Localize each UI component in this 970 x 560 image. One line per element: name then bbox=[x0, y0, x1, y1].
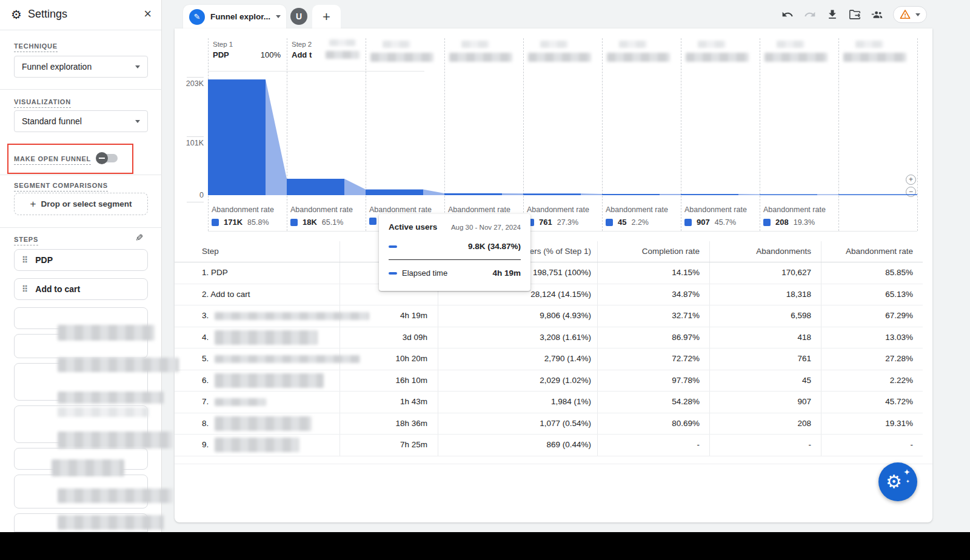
drag-handle-icon[interactable]: ⠿ bbox=[22, 255, 27, 265]
funnel-table-body: 1. PDP198,751 (100%)14.15%170,62785.85%2… bbox=[175, 262, 923, 456]
legend-swatch bbox=[369, 218, 376, 225]
share-users-icon[interactable] bbox=[871, 8, 884, 21]
redacted-block bbox=[58, 407, 149, 417]
add-tab-button[interactable]: + bbox=[312, 5, 341, 28]
step-card-pdp[interactable]: ⠿ PDP bbox=[14, 249, 148, 271]
undo-icon[interactable] bbox=[781, 8, 794, 21]
chevron-down-icon bbox=[135, 65, 140, 68]
edit-tab-icon: ✎ bbox=[189, 9, 205, 25]
tooltip-title: Active users bbox=[389, 222, 437, 232]
gear-icon: ⚙ bbox=[886, 471, 902, 492]
y-tick: 101K bbox=[175, 139, 204, 147]
tick-line bbox=[187, 77, 204, 78]
ai-settings-fab[interactable]: ⚙ ✦ ✦ bbox=[878, 462, 917, 501]
tick-line bbox=[187, 202, 204, 202]
redacted-block bbox=[58, 432, 173, 448]
chevron-down-icon[interactable] bbox=[276, 15, 281, 18]
tooltip-elapsed-label: Elapsed time bbox=[402, 268, 447, 278]
table-row[interactable]: 8.18h 36m1,077 (0.54%)80.69%20819.31% bbox=[175, 413, 923, 435]
abandonment-entry: Abandonment rate20819.3% bbox=[763, 205, 837, 227]
step-header: Step 2Add t bbox=[292, 41, 360, 59]
step-header: Step 1PDP100% bbox=[213, 41, 281, 59]
exploration-card: 203K 101K 0 + − Step 1PDP100%Step 2Add t… bbox=[175, 28, 932, 522]
technique-select[interactable]: Funnel exploration bbox=[14, 56, 148, 78]
tab-label: Funnel explor... bbox=[210, 12, 270, 21]
col-abandonment-rate: Abandonment rate bbox=[821, 241, 923, 262]
edit-steps-icon[interactable]: ✎ bbox=[135, 232, 143, 244]
table-row[interactable]: 7.1h 43m1,984 (1%)54.28%90745.72% bbox=[175, 392, 923, 413]
segment-comparisons-label: SEGMENT COMPARISONS bbox=[14, 182, 108, 192]
redacted-block bbox=[58, 515, 164, 530]
drag-handle-icon[interactable]: ⠿ bbox=[22, 284, 27, 294]
divider bbox=[389, 259, 521, 260]
abandonment-entry: Abandonment rate76127.3% bbox=[527, 205, 601, 227]
ga4-funnel-exploration: ⚙ Settings × TECHNIQUE Funnel exploratio… bbox=[0, 0, 970, 560]
divider bbox=[175, 464, 932, 464]
legend-swatch bbox=[763, 219, 771, 226]
col-step: Step bbox=[175, 241, 340, 262]
y-tick: 0 bbox=[175, 191, 204, 199]
visualization-select[interactable]: Standard funnel bbox=[14, 110, 148, 132]
steps-label: STEPS bbox=[14, 236, 38, 245]
table-row[interactable]: 4.3d 09h3,208 (1.61%)86.97%41813.03% bbox=[175, 327, 923, 349]
plus-icon: + bbox=[30, 198, 36, 210]
divider bbox=[0, 175, 162, 175]
highlight-box bbox=[7, 144, 133, 174]
redacted-block bbox=[58, 325, 155, 341]
abandonment-entry: Abandonment rate18K65.1% bbox=[290, 205, 364, 227]
sparkle-icon: ✦ bbox=[903, 467, 911, 477]
col-abandonments: Abandonments bbox=[709, 241, 821, 262]
legend-swatch bbox=[212, 219, 219, 226]
table-row[interactable]: 9.7h 25m869 (0.44%)--- bbox=[175, 435, 923, 456]
redacted-block bbox=[58, 358, 179, 372]
redacted-block bbox=[58, 392, 164, 404]
table-row[interactable]: 3.4h 19m9,806 (4.93%)32.71%6,59867.29% bbox=[175, 305, 923, 327]
table-row[interactable]: 2. Add to cart28,124 (14.15%)34.87%18,31… bbox=[175, 284, 923, 306]
toolbar bbox=[781, 5, 927, 24]
export-icon[interactable] bbox=[848, 8, 861, 21]
abandonment-entry: Abandonment rate171K85.8% bbox=[212, 205, 286, 227]
technique-value: Funnel exploration bbox=[22, 62, 92, 72]
tab-funnel-exploration[interactable]: ✎ Funnel explor... bbox=[183, 5, 286, 28]
user-avatar[interactable]: U bbox=[290, 8, 307, 25]
table-header-row: Step Users (% of Step 1) Completion rate… bbox=[175, 241, 923, 262]
step-card-label: PDP bbox=[35, 255, 53, 265]
table-row[interactable]: 1. PDP198,751 (100%)14.15%170,62785.85% bbox=[175, 262, 923, 284]
series-swatch bbox=[389, 245, 397, 248]
legend-swatch bbox=[290, 219, 298, 226]
table-row[interactable]: 5.10h 20m2,790 (1.4%)72.72%76127.28% bbox=[175, 348, 923, 370]
tooltip-date-range: Aug 30 - Nov 27, 2024 bbox=[451, 224, 521, 231]
settings-panel: ⚙ Settings × TECHNIQUE Funnel exploratio… bbox=[0, 0, 162, 532]
tick-line bbox=[187, 136, 204, 137]
funnel-table: Step Users (% of Step 1) Completion rate… bbox=[175, 241, 923, 456]
tooltip-elapsed-value: 4h 19m bbox=[492, 268, 521, 278]
funnel-bars[interactable] bbox=[208, 76, 917, 195]
warning-menu[interactable] bbox=[893, 6, 927, 23]
divider bbox=[0, 227, 162, 228]
redo-icon[interactable] bbox=[803, 8, 817, 21]
download-icon[interactable] bbox=[826, 8, 839, 21]
chevron-down-icon bbox=[915, 13, 920, 16]
redacted-block bbox=[58, 488, 173, 503]
visualization-label: VISUALIZATION bbox=[14, 98, 71, 108]
redacted-block bbox=[52, 459, 124, 476]
settings-gear-icon: ⚙ bbox=[11, 7, 22, 22]
table-row[interactable]: 6.16h 10m2,029 (1.02%)97.78%452.22% bbox=[175, 370, 923, 392]
chart-tooltip: Active users Aug 30 - Nov 27, 2024 9.8K … bbox=[379, 214, 530, 291]
visualization-value: Standard funnel bbox=[22, 116, 82, 126]
col-completion: Completion rate bbox=[597, 241, 709, 262]
sparkle-icon: ✦ bbox=[906, 479, 910, 484]
divider bbox=[0, 89, 162, 90]
y-tick: 203K bbox=[175, 79, 204, 88]
legend-swatch bbox=[684, 219, 692, 226]
drop-segment-button[interactable]: + Drop or select segment bbox=[14, 193, 148, 215]
drop-segment-label: Drop or select segment bbox=[41, 199, 132, 208]
tooltip-value: 9.8K (34.87%) bbox=[468, 242, 521, 251]
step-card-add-to-cart[interactable]: ⠿ Add to cart bbox=[14, 278, 148, 300]
close-icon[interactable]: × bbox=[144, 6, 152, 22]
technique-label: TECHNIQUE bbox=[14, 42, 58, 52]
abandonment-entry: Abandonment rate452.2% bbox=[606, 205, 680, 227]
settings-title: Settings bbox=[28, 8, 67, 21]
bottom-bar bbox=[0, 532, 970, 560]
step-divider bbox=[917, 38, 918, 231]
